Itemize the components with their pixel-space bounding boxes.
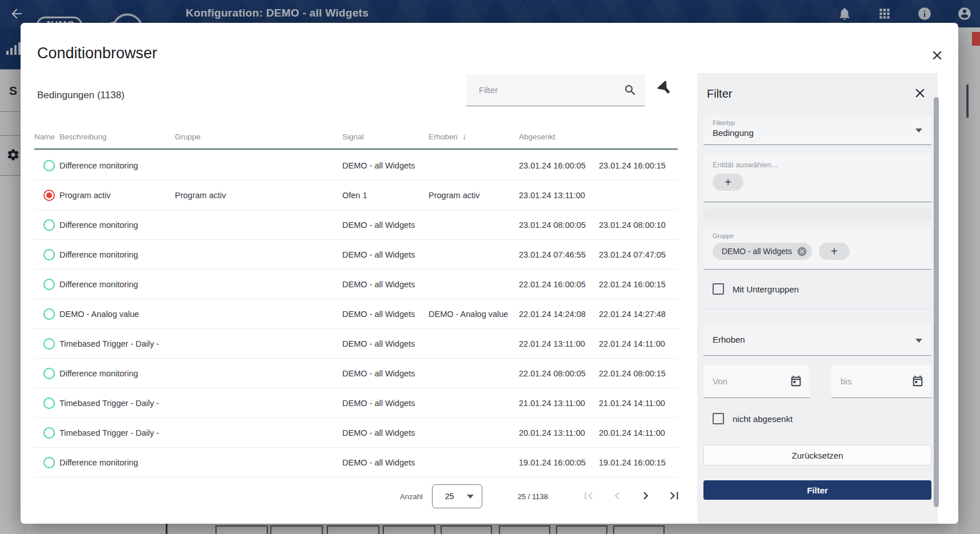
search-field: [466, 74, 645, 106]
cell-erhoben: 22.01.24 13:11:00: [519, 339, 599, 348]
cell-abgesenkt: 22.01.24 14:11:00: [599, 339, 678, 348]
conditionbrowser-dialog: Conditionbrowser Bedingungen (1138) Name…: [21, 23, 958, 524]
cell-abgesenkt: 20.01.24 14:11:00: [599, 428, 678, 437]
search-input[interactable]: [479, 74, 616, 106]
cell-name: Difference monitoring: [59, 369, 175, 378]
cell-gruppe: DEMO - all Widgets: [342, 339, 429, 348]
cell-abgesenkt: 22.01.24 08:00:15: [599, 369, 678, 378]
date-from-input[interactable]: [713, 365, 775, 398]
row-radio-selected[interactable]: [43, 190, 55, 201]
row-radio[interactable]: [43, 249, 55, 260]
cell-gruppe: DEMO - all Widgets: [342, 220, 429, 230]
cell-beschreibung: Program activ: [175, 191, 342, 200]
cell-abgesenkt: 22.01.24 16:00:15: [599, 280, 678, 289]
table-row[interactable]: Difference monitoringDEMO - all Widgets2…: [34, 210, 678, 240]
cell-gruppe: DEMO - all Widgets: [342, 369, 429, 378]
row-radio[interactable]: [43, 427, 55, 439]
panel-scrollbar[interactable]: [934, 97, 939, 507]
cell-name: Timebased Trigger - Daily -: [59, 399, 175, 408]
date-from-field: [703, 365, 810, 398]
column-header-signal[interactable]: Signal: [342, 133, 429, 141]
cell-erhoben: 23.01.24 08:00:05: [519, 220, 599, 230]
entity-field: Entität auswählen... +: [703, 153, 931, 202]
filtertyp-value: Bedingung: [703, 126, 931, 138]
chevron-down-icon: [467, 495, 474, 499]
chip-remove-icon[interactable]: [797, 246, 807, 257]
row-radio[interactable]: [43, 368, 55, 379]
erhoben-select[interactable]: Erhoben: [703, 325, 931, 356]
gruppe-chip[interactable]: DEMO - all Widgets: [713, 243, 812, 260]
cell-gruppe: DEMO - all Widgets: [342, 310, 429, 319]
sort-descending-icon: ↓: [462, 132, 466, 141]
table-row[interactable]: Difference monitoringDEMO - all Widgets2…: [34, 151, 678, 180]
reset-button[interactable]: Zurücksetzen: [703, 445, 931, 465]
cell-abgesenkt: 19.01.24 16:00:15: [599, 458, 678, 467]
table-row[interactable]: DEMO - Analog valueDEMO - all WidgetsDEM…: [34, 299, 678, 329]
cell-gruppe: DEMO - all Widgets: [342, 399, 429, 408]
dialog-title: Conditionbrowser: [37, 45, 157, 62]
cell-name: DEMO - Analog value: [59, 310, 175, 319]
nicht-abgesenkt-checkbox[interactable]: [713, 413, 724, 424]
cell-gruppe: DEMO - all Widgets: [342, 428, 429, 437]
cell-gruppe: Ofen 1: [342, 191, 429, 200]
column-header-gruppe[interactable]: Gruppe: [175, 133, 342, 141]
nicht-abgesenkt-label: nicht abgesenkt: [733, 414, 793, 424]
calendar-icon[interactable]: [790, 375, 802, 387]
row-radio[interactable]: [43, 219, 55, 231]
table-row[interactable]: Difference monitoringDEMO - all Widgets1…: [34, 448, 678, 477]
add-entity-button[interactable]: +: [713, 174, 743, 191]
cell-name: Difference monitoring: [59, 161, 175, 170]
add-gruppe-button[interactable]: +: [819, 243, 850, 260]
table-row[interactable]: Timebased Trigger - Daily -DEMO - all Wi…: [34, 388, 678, 418]
row-radio[interactable]: [43, 457, 55, 468]
cell-abgesenkt: 23.01.24 16:00:15: [599, 161, 678, 170]
column-header-abgesenkt[interactable]: Abgesenkt: [519, 133, 599, 141]
table-row[interactable]: Timebased Trigger - Daily -DEMO - all Wi…: [34, 418, 678, 448]
cell-gruppe: DEMO - all Widgets: [342, 161, 429, 170]
column-header-name[interactable]: Name: [34, 133, 59, 141]
cell-name: Difference monitoring: [59, 458, 175, 467]
cell-erhoben: 23.01.24 07:46:55: [519, 250, 599, 259]
filtertyp-select[interactable]: Filtertyp Bedingung: [703, 115, 931, 145]
entity-placeholder: Entität auswählen...: [703, 153, 931, 169]
table-row[interactable]: Timebased Trigger - Daily -DEMO - all Wi…: [34, 329, 678, 359]
pagination: Anzahl 25 25 / 1138: [400, 480, 683, 513]
page-size-select[interactable]: 25: [432, 484, 482, 508]
last-page-icon[interactable]: [666, 488, 683, 505]
cell-erhoben: 20.01.24 13:11:00: [519, 428, 599, 437]
calendar-icon[interactable]: [911, 375, 924, 387]
filter-toggle-icon[interactable]: [654, 78, 677, 101]
cell-abgesenkt: 22.01.24 14:27:48: [599, 310, 678, 319]
table-row[interactable]: Program activProgram activOfen 1Program …: [34, 180, 678, 210]
row-radio[interactable]: [43, 279, 55, 290]
row-radio[interactable]: [43, 338, 55, 350]
table-row[interactable]: Difference monitoringDEMO - all Widgets2…: [34, 359, 678, 388]
apply-filter-button[interactable]: Filter: [703, 480, 931, 500]
table-row[interactable]: Difference monitoringDEMO - all Widgets2…: [34, 270, 678, 299]
previous-page-icon[interactable]: [609, 488, 626, 505]
row-radio[interactable]: [43, 160, 55, 171]
next-page-icon[interactable]: [637, 488, 654, 505]
untergruppen-checkbox[interactable]: [713, 283, 724, 295]
conditions-count: Bedingungen (1138): [37, 90, 125, 101]
table-row[interactable]: Difference monitoringDEMO - all Widgets2…: [34, 240, 678, 270]
cell-signal: Program activ: [429, 191, 519, 200]
cell-name: Program activ: [59, 191, 175, 200]
gruppe-field: Gruppe DEMO - all Widgets +: [703, 228, 931, 270]
cell-gruppe: DEMO - all Widgets: [342, 458, 429, 467]
first-page-icon[interactable]: [580, 488, 597, 505]
cell-erhoben: 23.01.24 16:00:05: [519, 161, 599, 170]
date-to-input[interactable]: [841, 365, 903, 398]
filter-panel-close-icon[interactable]: [912, 86, 928, 102]
column-header-beschreibung[interactable]: Beschreibung: [59, 133, 175, 141]
column-header-erhoben[interactable]: Erhoben↓: [429, 132, 519, 141]
nicht-abgesenkt-row: nicht abgesenkt: [713, 413, 931, 424]
untergruppen-label: Mit Untergruppen: [733, 284, 799, 294]
cell-erhoben: 21.01.24 13:11:00: [519, 399, 599, 408]
cell-erhoben: 22.01.24 14:24:08: [519, 310, 599, 319]
filter-panel: Filter Filtertyp Bedingung Entität auswä…: [697, 73, 938, 524]
row-radio[interactable]: [43, 398, 55, 409]
dialog-close-icon[interactable]: [928, 47, 946, 65]
row-radio[interactable]: [43, 308, 55, 320]
erhoben-value: Erhoben: [703, 325, 931, 344]
